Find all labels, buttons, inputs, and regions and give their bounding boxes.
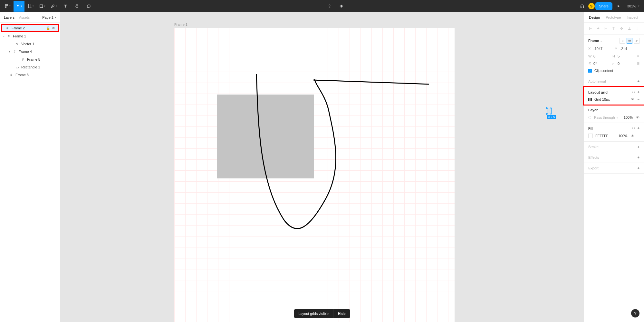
h-value[interactable]: 5 xyxy=(618,54,620,58)
y-value[interactable]: -214 xyxy=(620,47,627,51)
export-section: Export + xyxy=(584,163,644,174)
add-effect-button[interactable]: + xyxy=(638,156,639,159)
grid-item-label[interactable]: Grid 10px xyxy=(594,97,610,101)
canvas-selected-frame2[interactable]: 6 × 5 xyxy=(547,108,556,119)
zoom-dropdown[interactable]: 381%▾ xyxy=(625,4,642,8)
align-more-icon[interactable]: ⋮ xyxy=(634,25,641,32)
layout-grid-section: Layout grid ∷ + Grid 10px 👁 − xyxy=(584,87,644,105)
remove-grid-button[interactable]: − xyxy=(638,97,639,101)
grid-visibility-icon[interactable]: 👁 xyxy=(631,97,634,101)
design-tab[interactable]: Design xyxy=(589,15,600,19)
align-bottom-icon[interactable]: ⊥ xyxy=(626,25,633,32)
user-avatar[interactable]: S xyxy=(588,3,595,9)
visibility-icon[interactable]: 👁 xyxy=(52,26,55,30)
fill-hex-value[interactable]: FFFFFF xyxy=(595,134,608,138)
help-button[interactable]: ? xyxy=(631,309,639,317)
effects-section: Effects + xyxy=(584,152,644,163)
fill-visibility-icon[interactable]: 👁 xyxy=(631,134,634,138)
x-value[interactable]: -1047 xyxy=(593,47,602,51)
layers-panel: Layers Assets Page 1▾ # Frame 2 🔓 👁 ▾ # … xyxy=(0,12,61,322)
landscape-orientation-button[interactable]: ▭ xyxy=(627,38,632,44)
clip-content-checkbox[interactable]: ✓ xyxy=(588,69,592,73)
fill-color-swatch[interactable] xyxy=(588,134,593,138)
text-tool-button[interactable] xyxy=(60,1,71,12)
resize-to-fit-button[interactable]: ⤢ xyxy=(634,38,639,44)
portrait-orientation-button[interactable]: ▯ xyxy=(620,38,625,44)
h-label: H xyxy=(612,54,616,58)
layout-grid-label: Layout grid xyxy=(588,90,608,94)
layer-label: Frame 3 xyxy=(15,73,29,77)
toast-hide-button[interactable]: Hide xyxy=(333,309,350,318)
pen-tool-button[interactable]: ▾ xyxy=(48,1,59,12)
align-vcenter-icon[interactable]: ✛ xyxy=(618,25,625,32)
w-value[interactable]: 6 xyxy=(593,54,595,58)
canvas-vector-paths[interactable] xyxy=(174,28,455,322)
layer-row-frame5[interactable]: # Frame 5 xyxy=(0,55,60,63)
rotation-icon: ⟲ xyxy=(588,61,591,65)
independent-corners-icon[interactable]: ⊞ xyxy=(637,61,639,65)
hand-tool-button[interactable] xyxy=(72,1,82,12)
grid-styles-button[interactable]: ∷ xyxy=(632,90,634,94)
move-tool-button[interactable]: ▾ xyxy=(14,1,24,12)
layer-row-frame4[interactable]: ▾ # Frame 4 xyxy=(0,48,60,55)
stroke-label: Stroke xyxy=(588,145,599,149)
headphones-icon[interactable] xyxy=(577,1,588,12)
prototype-tab[interactable]: Prototype xyxy=(606,15,621,19)
layer-row-rectangle1[interactable]: ▭ Rectangle 1 xyxy=(0,63,60,71)
frame-icon: # xyxy=(5,26,10,30)
corner-radius-icon: ⌐ xyxy=(612,62,616,65)
main-menu-button[interactable]: ▾ xyxy=(2,1,13,12)
expand-arrow-icon[interactable]: ▾ xyxy=(9,50,12,53)
add-export-button[interactable]: + xyxy=(638,166,639,170)
comment-tool-button[interactable] xyxy=(83,1,94,12)
fill-opacity-value[interactable]: 100% xyxy=(618,134,627,138)
layer-row-frame2[interactable]: # Frame 2 🔓 👁 xyxy=(1,24,59,32)
add-auto-layout-button[interactable]: + xyxy=(638,79,639,83)
mask-icon[interactable] xyxy=(336,1,347,12)
toast-message: Layout grids visible xyxy=(294,309,333,318)
canvas[interactable]: Frame 1 6 × 5 xyxy=(61,12,583,322)
page-selector[interactable]: Page 1▾ xyxy=(42,15,56,19)
share-button[interactable]: Share xyxy=(595,2,612,10)
remove-fill-button[interactable]: − xyxy=(638,134,639,138)
layer-visibility-icon[interactable]: 👁 xyxy=(636,116,639,119)
rotation-value[interactable]: 0° xyxy=(593,62,597,65)
y-label: Y xyxy=(615,47,618,51)
assets-tab[interactable]: Assets xyxy=(19,15,30,19)
canvas-frame-1[interactable] xyxy=(174,28,455,322)
align-hcenter-icon[interactable]: ⫩ xyxy=(595,25,602,32)
layers-tab[interactable]: Layers xyxy=(4,15,14,19)
auto-layout-label: Auto layout xyxy=(588,79,606,83)
frame-label[interactable]: Frame 1 xyxy=(174,23,187,26)
export-label: Export xyxy=(588,166,599,170)
align-left-icon[interactable]: ⊩ xyxy=(587,25,594,32)
blend-mode-icon[interactable]: ◌ xyxy=(588,115,591,119)
layer-label: Frame 4 xyxy=(19,50,32,54)
frame-tool-button[interactable]: ▾ xyxy=(25,1,36,12)
rect-icon: ▭ xyxy=(15,65,19,69)
align-right-icon[interactable]: ⊨ xyxy=(602,25,610,32)
align-top-icon[interactable]: ⊤ xyxy=(610,25,617,32)
grid-icon[interactable] xyxy=(588,98,592,101)
layer-row-vector1[interactable]: ✎ Vector 1 xyxy=(0,40,60,48)
add-grid-button[interactable]: + xyxy=(638,90,639,94)
frame-icon: # xyxy=(12,50,17,54)
expand-arrow-icon[interactable]: ▾ xyxy=(3,35,6,38)
component-icon[interactable] xyxy=(324,1,335,12)
frame-label[interactable]: Frame ▾ xyxy=(588,39,602,43)
corner-radius-value[interactable]: 0 xyxy=(618,62,620,65)
shape-tool-button[interactable]: ▾ xyxy=(37,1,48,12)
inspect-tab[interactable]: Inspect xyxy=(627,15,638,19)
fill-styles-button[interactable]: ∷ xyxy=(632,126,634,130)
add-stroke-button[interactable]: + xyxy=(638,145,639,149)
layer-row-frame1[interactable]: ▾ # Frame 1 xyxy=(0,32,60,40)
present-button[interactable] xyxy=(613,1,624,12)
constrain-proportions-icon[interactable]: ⊃ xyxy=(637,54,639,58)
blend-mode-value[interactable]: Pass through ▾ xyxy=(594,116,618,119)
w-label: W xyxy=(588,54,591,58)
layer-opacity-value[interactable]: 100% xyxy=(624,116,633,119)
x-label: X xyxy=(588,47,591,51)
layer-row-frame3[interactable]: # Frame 3 xyxy=(0,71,60,79)
add-fill-button[interactable]: + xyxy=(638,126,639,130)
lock-icon[interactable]: 🔓 xyxy=(46,26,50,30)
